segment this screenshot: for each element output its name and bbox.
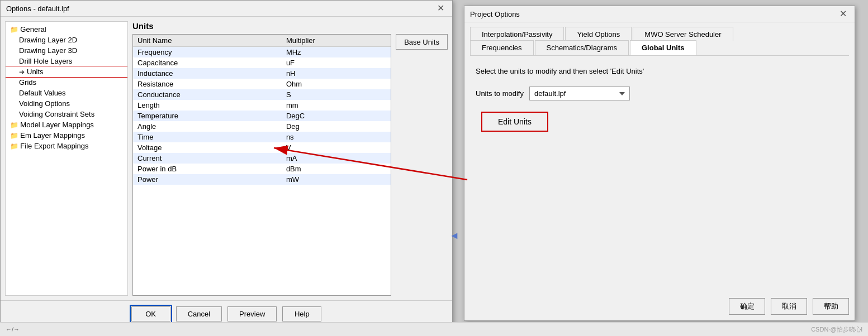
- units-modify-select[interactable]: default.lpf: [529, 87, 630, 100]
- help-button[interactable]: Help: [282, 306, 321, 321]
- unit-name-cell: Capacitance: [133, 57, 282, 68]
- unit-name-cell: Power in dB: [133, 164, 282, 174]
- unit-name-cell: Time: [133, 132, 282, 142]
- content-panel: Units Unit Name Multiplier FrequencyMHzC…: [132, 21, 448, 296]
- unit-name-cell: Length: [133, 100, 282, 111]
- cancel-button[interactable]: Cancel: [176, 306, 222, 321]
- tree-item-grids[interactable]: Grids: [6, 77, 127, 88]
- tree-item-drill-hole-layers[interactable]: Drill Hole Layers: [6, 56, 127, 66]
- multiplier-cell: ns: [282, 132, 391, 142]
- multiplier-cell: S: [282, 89, 391, 100]
- unit-name-cell: Current: [133, 153, 282, 164]
- left-dialog-close-button[interactable]: ✕: [435, 4, 447, 13]
- left-dialog-content: General Drawing Layer 2D Drawing Layer 3…: [1, 17, 452, 300]
- col-header-unit-name: Unit Name: [133, 35, 282, 47]
- tree-item-voiding-constraint-sets[interactable]: Voiding Constraint Sets: [6, 109, 127, 119]
- multiplier-cell: uF: [282, 57, 391, 68]
- tab-yield-options[interactable]: Yield Options: [565, 27, 632, 41]
- tab-mwo-server-scheduler[interactable]: MWO Server Scheduler: [633, 27, 733, 41]
- tree-item-em-layer-mappings[interactable]: Em Layer Mappings: [6, 130, 127, 141]
- instruction-text: Select the units to modify and then sele…: [476, 67, 843, 75]
- multiplier-cell: Deg: [282, 121, 391, 132]
- tree-item-drawing-layer-2d[interactable]: Drawing Layer 2D: [6, 35, 127, 45]
- multiplier-cell: mm: [282, 100, 391, 111]
- tree-item-general[interactable]: General: [6, 24, 127, 35]
- right-dialog-titlebar: Project Options ✕: [464, 6, 855, 22]
- unit-name-cell: Voltage: [133, 142, 282, 153]
- edit-units-container: Edit Units: [476, 112, 843, 132]
- unit-name-cell: Conductance: [133, 89, 282, 100]
- left-dialog-titlebar: Options - default.lpf ✕: [1, 1, 452, 17]
- preview-button[interactable]: Preview: [227, 306, 277, 321]
- unit-name-cell: Resistance: [133, 79, 282, 89]
- tree-item-file-export-mappings[interactable]: File Export Mappings: [6, 141, 127, 151]
- project-content: Select the units to modify and then sele…: [464, 56, 855, 143]
- right-dialog-close-button[interactable]: ✕: [837, 9, 849, 18]
- unit-name-cell: Power: [133, 174, 282, 185]
- tree-item-default-values[interactable]: Default Values: [6, 88, 127, 98]
- right-dialog: Project Options ✕ Interpolation/Passivit…: [464, 6, 855, 321]
- tab-interpolation-passivity[interactable]: Interpolation/Passivity: [470, 27, 564, 41]
- left-dialog: Options - default.lpf ✕ General Drawing …: [0, 0, 453, 329]
- multiplier-cell: V: [282, 142, 391, 153]
- units-modify-row: Units to modify default.lpf: [476, 87, 843, 100]
- tabs-row: Interpolation/Passivity Yield Options MW…: [464, 22, 855, 41]
- right-dialog-title: Project Options: [470, 10, 520, 18]
- multiplier-cell: mW: [282, 174, 391, 185]
- units-body: Unit Name Multiplier FrequencyMHzCapacit…: [132, 34, 448, 296]
- multiplier-cell: DegC: [282, 111, 391, 121]
- watermark-text: CSDN·@怡步晓心l: [811, 325, 862, 334]
- tab-global-units[interactable]: Global Units: [630, 40, 696, 55]
- units-modify-label: Units to modify: [476, 89, 524, 98]
- units-section-title: Units: [132, 21, 448, 31]
- unit-name-cell: Angle: [133, 121, 282, 132]
- units-table: Unit Name Multiplier FrequencyMHzCapacit…: [133, 35, 391, 185]
- left-dialog-title: Options - default.lpf: [6, 4, 69, 13]
- multiplier-cell: nH: [282, 68, 391, 79]
- project-ok-button[interactable]: 确定: [729, 298, 765, 315]
- tree-item-drawing-layer-3d[interactable]: Drawing Layer 3D: [6, 45, 127, 56]
- project-help-button[interactable]: 帮助: [813, 298, 849, 315]
- multiplier-cell: mA: [282, 153, 391, 164]
- bottom-bar: ←/→ CSDN·@怡步晓心l: [0, 322, 868, 336]
- tree-item-voiding-options[interactable]: Voiding Options: [6, 98, 127, 109]
- unit-name-cell: Frequency: [133, 47, 282, 58]
- tab-schematics-diagrams[interactable]: Schematics/Diagrams: [535, 40, 629, 55]
- col-header-multiplier: Multiplier: [282, 35, 391, 47]
- multiplier-cell: Ohm: [282, 79, 391, 89]
- units-table-area: Unit Name Multiplier FrequencyMHzCapacit…: [132, 34, 391, 296]
- tab-frequencies[interactable]: Frequencies: [470, 40, 534, 55]
- tree-arrow-icon: ➔: [19, 68, 25, 76]
- multiplier-cell: MHz: [282, 47, 391, 58]
- project-cancel-button[interactable]: 取消: [771, 298, 807, 315]
- base-units-button[interactable]: Base Units: [396, 34, 448, 50]
- blue-arrow-icon: ◄: [449, 230, 459, 242]
- unit-name-cell: Temperature: [133, 111, 282, 121]
- tree-item-units[interactable]: ➔ Units: [6, 66, 127, 77]
- unit-name-cell: Inductance: [133, 68, 282, 79]
- project-dialog-buttons: 确定 取消 帮助: [729, 298, 849, 315]
- bottom-left-text: ←/→: [6, 326, 20, 333]
- edit-units-button[interactable]: Edit Units: [481, 112, 548, 132]
- ok-button[interactable]: OK: [131, 306, 170, 321]
- tree-item-model-layer-mappings[interactable]: Model Layer Mappings: [6, 119, 127, 130]
- multiplier-cell: dBm: [282, 164, 391, 174]
- tree-panel: General Drawing Layer 2D Drawing Layer 3…: [5, 21, 128, 296]
- tabs-row-2: Frequencies Schematics/Diagrams Global U…: [464, 40, 855, 55]
